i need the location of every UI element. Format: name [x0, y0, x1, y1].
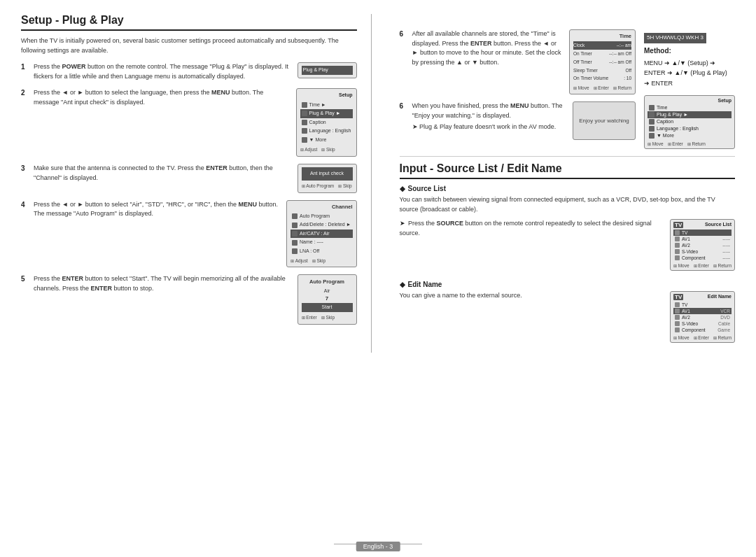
- right-column: 6 After all available channels are store…: [393, 14, 736, 353]
- s2-more: ▼ More: [648, 132, 732, 139]
- s2-time: Time: [648, 104, 732, 111]
- tv-footer-time: MoveEnterReturn: [573, 85, 631, 92]
- src-component: Component-----: [673, 255, 732, 261]
- step-2: 2 Press the ◄ or ► button to select the …: [21, 88, 357, 157]
- edit-component: ComponentGame: [673, 327, 732, 333]
- time-offtimer: Off Timer--:-- am Off: [573, 58, 631, 66]
- tv-footer-4: AdjustSkip: [290, 258, 352, 265]
- method-line3: ➜ ENTER: [644, 78, 735, 88]
- step-6b: 6 When you have finished, press the MENU…: [400, 101, 636, 140]
- tv-footer-5: EnterSkip: [302, 314, 353, 321]
- tv-source-list: TV Source List TV AV1----- AV2----- S-Vi…: [670, 219, 735, 271]
- footer-badge: English - 3: [356, 542, 400, 551]
- source-list-title: ◆ Source List: [400, 185, 736, 192]
- tv-item-plugplay: Plug & Play ►: [300, 109, 353, 118]
- method-line1: MENU ➜ ▲/▼ (Setup) ➜: [644, 58, 735, 68]
- edit-name-desc: You can give a name to the external sour…: [400, 291, 664, 301]
- step-1-content: Press the POWER button on the remote con…: [34, 62, 357, 81]
- step-4: 4 Press the ◄ or ► button to select "Air…: [21, 200, 357, 268]
- step-6-left-area: 6 After all available channels are store…: [400, 29, 636, 149]
- s2-language: Language : English: [648, 125, 732, 132]
- ch-aircatv: Air/CATV : Air: [290, 230, 352, 239]
- edit-av1: AV1VCR: [673, 308, 732, 314]
- step-1: 1 Press the POWER button on the remote c…: [21, 62, 357, 81]
- step-3-num: 3: [21, 164, 31, 172]
- step-6a: 6 After all available channels are store…: [400, 29, 636, 94]
- step-4-content: Press the ◄ or ► button to select "Air",…: [34, 200, 357, 268]
- tv-edit-name: TV Edit Name TV AV1VCR AV2DVD S-VideoCab…: [670, 291, 735, 343]
- edit-svideo: S-VideoCable: [673, 320, 732, 327]
- step-6a-num: 6: [400, 30, 410, 38]
- src-av1: AV1-----: [673, 236, 732, 242]
- page: Setup - Plug & Play When the TV is initi…: [0, 0, 756, 557]
- tv-enjoy-screen: Enjoy your watching: [573, 101, 636, 140]
- tv-footer-3: Auto ProgramSkip: [302, 183, 353, 190]
- method-box: 5H VHWWLQJ WKH 3 Method: MENU ➜ ▲/▼ (Set…: [644, 29, 735, 91]
- tv-item-time: Time ►: [300, 101, 353, 110]
- tv-footer-editname: MoveEnterReturn: [673, 335, 732, 340]
- src-av2: AV2-----: [673, 242, 732, 248]
- step-5: 5 Press the ENTER button to select "Star…: [21, 274, 357, 324]
- tv-screen-setup2: Setup Time Plug & Play ► Caption Languag…: [644, 95, 735, 149]
- tv-item-caption: Caption: [300, 118, 353, 127]
- step-6b-num: 6: [400, 102, 410, 110]
- tv-item-language: Language : English: [300, 127, 353, 136]
- step-3: 3 Make sure that the antenna is connecte…: [21, 164, 357, 193]
- step-6a-content: After all available channels are stored,…: [412, 29, 636, 94]
- tv-screen-1: Plug & Play: [298, 62, 357, 78]
- step-1-num: 1: [21, 63, 31, 71]
- step-5-num: 5: [21, 275, 31, 283]
- tv-item-more: ▼ More: [300, 136, 353, 145]
- right-section-title: Input - Source List / Edit Name: [400, 162, 736, 179]
- ch-adddelete: Add/Delete : Deleted ►: [290, 220, 352, 230]
- intro-text: When the TV is initially powered on, sev…: [21, 36, 357, 55]
- edit-name-title: ◆ Edit Name: [400, 281, 736, 288]
- plug-play-label: Plug & Play: [302, 66, 353, 75]
- input-section: Input - Source List / Edit Name ◆ Source…: [400, 162, 736, 353]
- time-volume: On Timer Volume: 10: [573, 74, 631, 83]
- src-tv: TV: [673, 230, 732, 236]
- method-label: Method:: [644, 45, 735, 57]
- tv-screen-2: Setup Time ► Plug & Play ► Caption Langu…: [296, 88, 357, 157]
- time-sleep: Sleep TimerOff: [573, 66, 631, 75]
- step-4-num: 4: [21, 201, 31, 209]
- src-svideo: S-Video-----: [673, 248, 732, 255]
- method-area: 5H VHWWLQJ WKH 3 Method: MENU ➜ ▲/▼ (Set…: [644, 29, 735, 149]
- tv-footer-s2: MoveEnterReturn: [648, 141, 732, 146]
- step-3-content: Make sure that the antenna is connected …: [34, 164, 357, 193]
- tv-footer-srclist: MoveEnterReturn: [673, 263, 732, 268]
- tv-footer-2: AdjustSkip: [300, 146, 353, 153]
- s2-caption: Caption: [648, 118, 732, 125]
- left-section-title: Setup - Plug & Play: [21, 14, 357, 31]
- left-column: Setup - Plug & Play When the TV is initi…: [21, 14, 372, 353]
- tv-screen-5: Auto Program Air 7 Start EnterSkip: [298, 274, 357, 324]
- step-6b-content: When you have finished, press the MENU b…: [412, 101, 636, 140]
- time-clock: Clock--:-- am: [573, 41, 631, 50]
- tv-screen-3: Ant input check Auto ProgramSkip: [298, 164, 357, 193]
- step-2-num: 2: [21, 89, 31, 97]
- edit-tv: TV: [673, 302, 732, 308]
- s2-plugplay: Plug & Play ►: [648, 111, 732, 118]
- ch-name: Name : ----: [290, 238, 352, 247]
- ch-autoprog: Auto Program: [290, 212, 352, 221]
- step-5-content: Press the ENTER button to select "Start"…: [34, 274, 357, 324]
- time-ontimer: On Timer--:-- am Off: [573, 50, 631, 58]
- ch-lna: LNA : Off: [290, 247, 352, 256]
- source-list-section: ◆ Source List You can switch between vie…: [400, 185, 736, 353]
- source-list-desc: You can switch between viewing signal fr…: [400, 195, 736, 215]
- method-line2: ENTER ➜ ▲/▼ (Plug & Play): [644, 68, 735, 78]
- tv-screen-4: Channel Auto Program Add/Delete : Delete…: [286, 200, 356, 268]
- source-press-instruction: ➤ Press the SOURCE button on the remote …: [400, 219, 664, 239]
- step-2-content: Press the ◄ or ► button to select the la…: [34, 88, 357, 157]
- edit-av2: AV2DVD: [673, 314, 732, 320]
- tv-screen-time: Time Clock--:-- am On Timer--:-- am Off …: [569, 29, 636, 94]
